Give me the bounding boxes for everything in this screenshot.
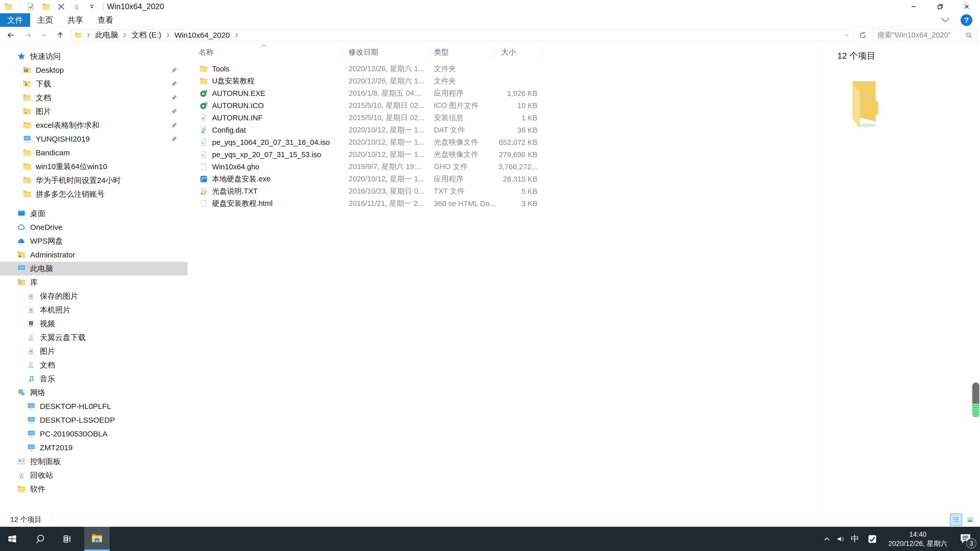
- sidebar-item-OneDrive[interactable]: OneDrive: [0, 221, 188, 234]
- sidebar-item-WPS网盘[interactable]: WPS网盘: [0, 234, 188, 248]
- sidebar-item-图片[interactable]: 图片: [0, 105, 188, 118]
- volume-button[interactable]: [835, 527, 847, 551]
- dropdown-arrow-button[interactable]: [88, 2, 96, 11]
- sidebar-item-网络[interactable]: 网络: [0, 386, 188, 400]
- file-name-cell: AUTORUN.EXE: [188, 89, 342, 98]
- breadcrumb[interactable]: 此电脑文档 (E:)Win10x64_2020: [71, 29, 853, 41]
- task-view-button[interactable]: [55, 527, 79, 551]
- tab-主页[interactable]: 主页: [30, 13, 60, 27]
- table-row[interactable]: pe_yqs_1064_20_07_31_16_04.iso2020/10/12…: [188, 136, 542, 148]
- sidebar-item-软件[interactable]: 软件: [0, 482, 188, 496]
- column-header-类型[interactable]: 类型: [430, 46, 494, 58]
- sidebar-item-YUNQISHI2019[interactable]: YUNQISHI2019: [0, 132, 188, 146]
- minimize-button[interactable]: [900, 0, 927, 13]
- sidebar-item-ZMT2019[interactable]: ZMT2019: [0, 441, 188, 454]
- sidebar-item-拼多多怎么注销账号[interactable]: 拼多多怎么注销账号: [0, 187, 188, 201]
- start-button[interactable]: [0, 527, 24, 551]
- file-name: U盘安装教程: [212, 76, 255, 86]
- help-button[interactable]: ?: [961, 14, 972, 26]
- security-tray-button[interactable]: [865, 527, 879, 551]
- sidebar-item-本机照片[interactable]: 本机照片: [0, 303, 188, 317]
- table-row[interactable]: AUTORUN.INF2015/5/10, 星期日 02...安装信息1 KB: [188, 112, 542, 124]
- search-input[interactable]: 搜索"Win10x64_2020": [873, 29, 977, 41]
- taskbar-clock[interactable]: 14:40 2020/12/26, 星期六: [888, 530, 947, 548]
- up-icon[interactable]: [56, 30, 65, 40]
- ime-indicator[interactable]: 中: [849, 527, 861, 551]
- side-monitor-gadget[interactable]: [972, 383, 979, 417]
- tab-文件[interactable]: 文件: [0, 13, 30, 27]
- recent-locations-chevron-icon[interactable]: [41, 32, 48, 38]
- checked-doc-button[interactable]: [26, 2, 35, 11]
- sidebar-item-库[interactable]: 库: [0, 275, 188, 289]
- refresh-button[interactable]: [857, 29, 869, 41]
- file-type: 光盘映像文件: [430, 137, 494, 148]
- checked-doc-icon: [26, 2, 35, 11]
- tab-查看[interactable]: 查看: [90, 13, 121, 27]
- table-row[interactable]: 硬盘安装教程.html2016/11/21, 星期一 2...360 se HT…: [188, 197, 542, 210]
- sidebar-item-文档[interactable]: 文档: [0, 358, 188, 372]
- sidebar-item-DESKTOP-HL0PLFL[interactable]: DESKTOP-HL0PLFL: [0, 400, 188, 413]
- sidebar-item-音乐[interactable]: 音乐: [0, 372, 188, 386]
- folder-button[interactable]: [4, 2, 13, 11]
- column-header-修改日期[interactable]: 修改日期: [342, 46, 430, 58]
- breadcrumb-item[interactable]: Win10x64_2020: [175, 31, 230, 40]
- sidebar-item-excel表格制作求和[interactable]: excel表格制作求和: [0, 118, 188, 132]
- computer-icon: [27, 429, 36, 438]
- table-row[interactable]: Win10x64.gho2019/9/7, 星期六 19:...GHO 文件3,…: [188, 161, 542, 173]
- column-header-名称[interactable]: 名称: [188, 46, 342, 58]
- restore-button[interactable]: [927, 0, 953, 13]
- breadcrumb-item[interactable]: 文档 (E:): [131, 30, 161, 40]
- sidebar-item-win10重装64位win10[interactable]: win10重装64位win10: [0, 160, 188, 173]
- delete-x-button[interactable]: [57, 2, 65, 11]
- sidebar-item-保存的图片[interactable]: 保存的图片: [0, 289, 188, 303]
- quick-access-star-icon: [17, 52, 26, 61]
- speaker-icon: [837, 534, 846, 544]
- table-row[interactable]: pe_yqs_xp_20_07_31_15_53.iso2020/10/12, …: [188, 148, 542, 161]
- table-row[interactable]: U盘安装教程2020/12/26, 星期六 1...文件夹: [188, 75, 542, 87]
- folder-icon: [22, 121, 32, 130]
- sidebar-item-DESKTOP-LSSOEDP[interactable]: DESKTOP-LSSOEDP: [0, 413, 188, 427]
- file-name-cell: 本地硬盘安装.exe: [188, 174, 342, 184]
- file-date: 2020/10/12, 星期一 1...: [342, 125, 430, 135]
- close-button[interactable]: [953, 0, 980, 13]
- sidebar-item-PC-20190530OBLA[interactable]: PC-20190530OBLA: [0, 427, 188, 441]
- sidebar-item-Bandicam[interactable]: Bandicam: [0, 146, 188, 160]
- sidebar-item-华为手机时间设置24小时[interactable]: 华为手机时间设置24小时: [0, 173, 188, 187]
- table-row[interactable]: AUTORUN.ICO2015/5/10, 星期日 02...ICO 图片文件1…: [188, 100, 542, 112]
- table-row[interactable]: VCDConfig.dat2020/10/12, 星期一 1...DAT 文件3…: [188, 124, 542, 136]
- sidebar-item-Administrator[interactable]: Administrator: [0, 248, 188, 262]
- sidebar-item-此电脑[interactable]: 此电脑: [0, 262, 188, 275]
- folder-button[interactable]: [41, 2, 50, 11]
- sidebar-item-天翼云盘下载[interactable]: 天翼云盘下载: [0, 330, 188, 345]
- sidebar-item-桌面[interactable]: 桌面: [0, 206, 188, 221]
- back-icon[interactable]: [6, 30, 15, 40]
- recycle-bin-button[interactable]: [72, 2, 81, 11]
- show-hidden-icons-button[interactable]: [821, 527, 832, 551]
- table-row[interactable]: 光盘说明.TXT2016/10/23, 星期日 0...TXT 文件5 KB: [188, 185, 542, 197]
- file-type: TXT 文件: [430, 186, 494, 197]
- sidebar-item-图片[interactable]: 图片: [0, 345, 188, 358]
- thumbnail-view-button[interactable]: [964, 513, 977, 526]
- file-size: 1,926 KB: [494, 89, 542, 98]
- table-row[interactable]: 本地硬盘安装.exe2020/10/12, 星期一 1...应用程序28,315…: [188, 173, 542, 185]
- taskbar-search-button[interactable]: [28, 527, 52, 551]
- table-row[interactable]: AUTORUN.EXE2016/1/8, 星期五 04:...应用程序1,926…: [188, 87, 542, 100]
- sidebar-item-文档[interactable]: 文档: [0, 91, 188, 105]
- forward-icon[interactable]: [24, 30, 33, 40]
- breadcrumb-chevron-icon: [234, 32, 239, 38]
- sidebar-item-控制面板[interactable]: 控制面板: [0, 454, 188, 468]
- column-header-大小[interactable]: 大小: [494, 46, 542, 58]
- table-row[interactable]: Tools2020/12/26, 星期六 1...文件夹: [188, 63, 542, 75]
- sidebar-item-视频[interactable]: 视频: [0, 317, 188, 330]
- sidebar-item-Desktop[interactable]: Desktop: [0, 63, 188, 77]
- sidebar-item-label: 快速访问: [30, 51, 61, 62]
- sidebar-item-回收站[interactable]: 回收站: [0, 468, 188, 482]
- breadcrumb-item[interactable]: 此电脑: [95, 30, 118, 40]
- sidebar-item-下载[interactable]: 下载: [0, 77, 188, 91]
- details-view-button[interactable]: [950, 513, 962, 526]
- taskbar-explorer-button[interactable]: [84, 527, 110, 551]
- tab-共享[interactable]: 共享: [60, 13, 90, 27]
- desktop-icon: [17, 209, 26, 218]
- chevron-down-icon[interactable]: [940, 17, 950, 24]
- sidebar-item-快速访问[interactable]: 快速访问: [0, 49, 188, 63]
